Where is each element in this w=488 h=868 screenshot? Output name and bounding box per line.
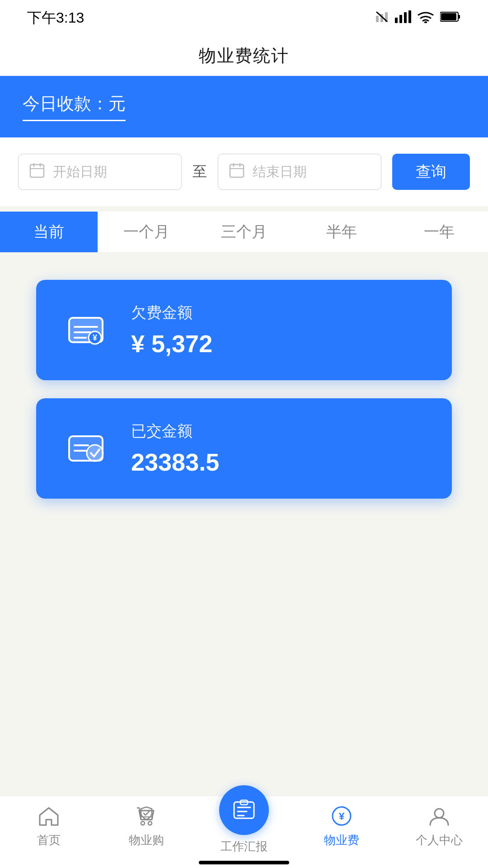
tab-half-year[interactable]: 半年: [293, 212, 390, 252]
bottom-indicator: [199, 861, 289, 864]
period-tabs: 当前 一个月 三个月 半年 一年: [0, 212, 488, 253]
nav-shop-label: 物业购: [129, 832, 164, 848]
nav-work[interactable]: 工作汇报: [195, 785, 293, 854]
arrears-info: 欠费金额 ¥ 5,372: [131, 302, 212, 358]
arrears-icon: ¥: [63, 307, 108, 353]
status-bar: 下午3:13: [0, 0, 488, 36]
nav-fee-label: 物业费: [324, 832, 359, 848]
nav-home-label: 首页: [37, 832, 61, 848]
svg-rect-1: [376, 16, 379, 22]
svg-rect-5: [399, 15, 402, 23]
page-title: 物业费统计: [199, 44, 289, 67]
svg-rect-2: [380, 14, 383, 22]
tab-one-month[interactable]: 一个月: [98, 212, 195, 252]
svg-rect-11: [441, 13, 456, 20]
tab-current[interactable]: 当前: [0, 212, 98, 252]
svg-point-32: [141, 821, 145, 825]
svg-point-8: [424, 21, 427, 23]
svg-rect-16: [230, 165, 244, 177]
main-content: ¥ 欠费金额 ¥ 5,372 已交金额 23383.5: [0, 253, 488, 526]
arrears-label: 欠费金额: [131, 302, 212, 323]
nav-work-label: 工作汇报: [221, 839, 267, 854]
bottom-nav: 首页 物业购: [0, 796, 488, 868]
tab-one-year[interactable]: 一年: [390, 212, 488, 252]
battery-icon: [440, 11, 461, 25]
paid-icon: [63, 426, 108, 471]
nav-shop[interactable]: 物业购: [98, 803, 195, 848]
svg-text:¥: ¥: [93, 333, 97, 342]
home-icon: [36, 803, 61, 829]
start-date-placeholder: 开始日期: [53, 163, 107, 181]
svg-rect-7: [408, 10, 411, 23]
svg-point-31: [87, 445, 103, 461]
query-button[interactable]: 查询: [392, 154, 470, 190]
svg-rect-4: [395, 18, 398, 23]
nav-profile-label: 个人中心: [416, 832, 463, 848]
arrears-card[interactable]: ¥ 欠费金额 ¥ 5,372: [36, 280, 452, 380]
calendar-start-icon: [29, 163, 45, 181]
signal-icon: [395, 10, 411, 26]
svg-rect-6: [404, 12, 407, 23]
date-separator: 至: [192, 162, 207, 182]
start-date-input[interactable]: 开始日期: [18, 154, 182, 190]
arrears-value: ¥ 5,372: [131, 330, 212, 358]
paid-info: 已交金额 23383.5: [131, 421, 219, 476]
nav-home[interactable]: 首页: [0, 803, 98, 848]
profile-icon: [427, 803, 452, 829]
svg-text:¥: ¥: [339, 811, 345, 822]
nav-profile[interactable]: 个人中心: [390, 803, 488, 848]
svg-rect-12: [30, 165, 44, 177]
svg-rect-10: [458, 15, 460, 19]
end-date-input[interactable]: 结束日期: [218, 154, 381, 190]
status-icons: [375, 10, 461, 26]
shop-icon: [134, 803, 159, 829]
today-collection-text: 今日收款：元: [23, 92, 126, 121]
wifi-icon: [418, 10, 434, 26]
calendar-end-icon: [229, 163, 244, 181]
end-date-placeholder: 结束日期: [253, 163, 307, 181]
tab-three-months[interactable]: 三个月: [195, 212, 293, 252]
svg-point-41: [435, 809, 444, 818]
date-filter: 开始日期 至 结束日期 查询: [0, 137, 488, 206]
svg-point-33: [148, 821, 152, 825]
signal-mute-icon: [375, 10, 389, 26]
paid-value: 23383.5: [131, 448, 219, 476]
nav-fee[interactable]: ¥ 物业费: [293, 803, 390, 848]
paid-card[interactable]: 已交金额 23383.5: [36, 398, 452, 499]
today-banner: 今日收款：元: [0, 76, 488, 137]
paid-label: 已交金额: [131, 421, 219, 442]
page-title-bar: 物业费统计: [0, 36, 488, 76]
fee-icon: ¥: [329, 803, 354, 829]
svg-rect-3: [385, 12, 388, 22]
status-time: 下午3:13: [27, 8, 84, 28]
work-center-circle: [219, 785, 269, 835]
